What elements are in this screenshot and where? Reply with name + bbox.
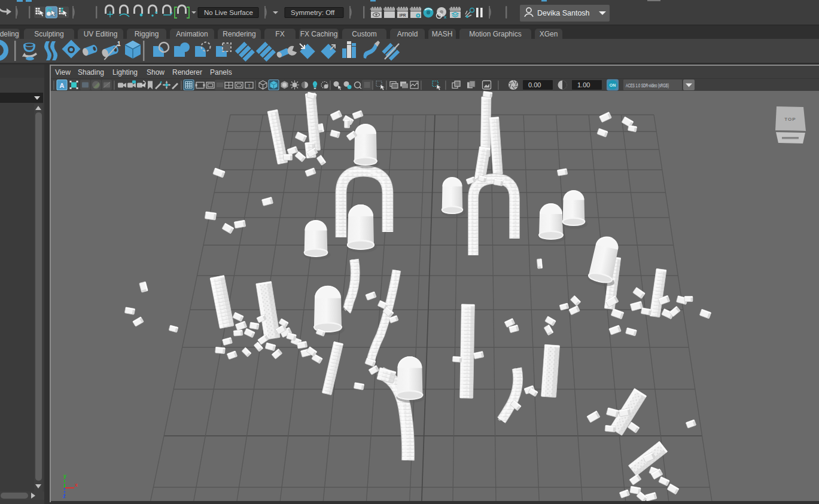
- svg-text:Devika Santosh: Devika Santosh: [537, 9, 590, 17]
- svg-text:No Live Surface: No Live Surface: [204, 9, 253, 16]
- svg-text:T: T: [248, 83, 251, 88]
- svg-text:0.00: 0.00: [528, 81, 541, 88]
- svg-text:ACES 1.0 SDR-video (sRGB): ACES 1.0 SDR-video (sRGB): [626, 82, 669, 88]
- svg-text:Symmetry: Off: Symmetry: Off: [291, 9, 335, 16]
- svg-text:1.00: 1.00: [577, 81, 590, 88]
- svg-text:TOP: TOP: [784, 117, 796, 122]
- svg-text:z: z: [63, 493, 66, 499]
- svg-text:A: A: [60, 82, 65, 89]
- svg-text:x: x: [75, 482, 78, 488]
- svg-text:ON: ON: [610, 83, 616, 87]
- svg-text:IPR: IPR: [400, 13, 406, 17]
- svg-text:y: y: [63, 473, 66, 479]
- svg-text:1: 1: [117, 41, 121, 47]
- svg-text:x: x: [444, 14, 447, 20]
